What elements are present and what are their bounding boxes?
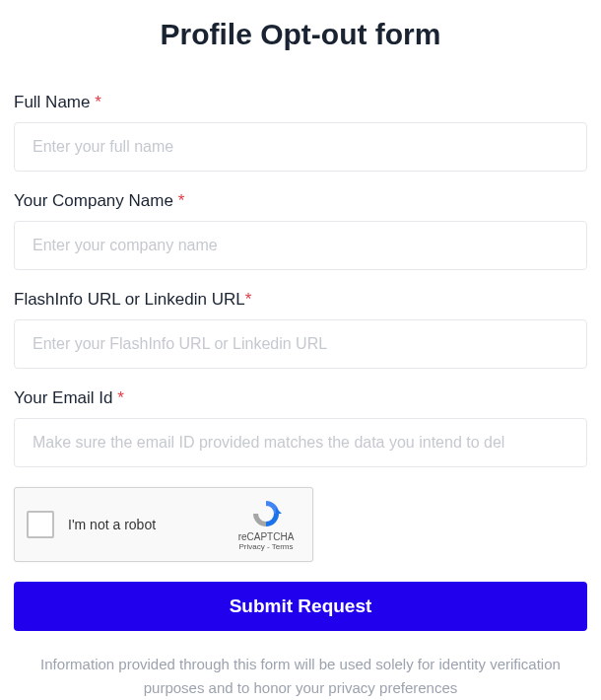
full-name-label: Full Name * [14, 93, 587, 112]
recaptcha-links[interactable]: Privacy - Terms [239, 542, 294, 551]
recaptcha-icon [250, 498, 282, 529]
disclaimer-text: Information provided through this form w… [14, 653, 587, 700]
url-label-text: FlashInfo URL or Linkedin URL [14, 290, 245, 309]
email-label-text: Your Email Id [14, 388, 117, 407]
recaptcha-label: I'm not a robot [68, 517, 232, 532]
recaptcha-widget: I'm not a robot reCAPTCHA Privacy - Term… [14, 487, 313, 562]
email-group: Your Email Id * [14, 388, 587, 467]
company-group: Your Company Name * [14, 191, 587, 270]
full-name-group: Full Name * [14, 93, 587, 172]
url-input[interactable] [14, 319, 587, 369]
full-name-label-text: Full Name [14, 93, 95, 111]
required-star: * [178, 191, 185, 210]
submit-button[interactable]: Submit Request [14, 582, 587, 631]
page-title: Profile Opt-out form [14, 18, 587, 51]
required-star: * [95, 93, 101, 111]
required-star: * [117, 388, 124, 407]
email-input[interactable] [14, 418, 587, 467]
company-label-text: Your Company Name [14, 191, 178, 210]
recaptcha-branding: reCAPTCHA Privacy - Terms [232, 498, 300, 551]
required-star: * [245, 290, 252, 309]
recaptcha-checkbox[interactable] [27, 511, 54, 538]
email-label: Your Email Id * [14, 388, 587, 408]
company-label: Your Company Name * [14, 191, 587, 211]
svg-marker-0 [276, 508, 282, 514]
recaptcha-brand-text: reCAPTCHA [238, 531, 295, 542]
url-group: FlashInfo URL or Linkedin URL* [14, 290, 587, 369]
full-name-input[interactable] [14, 122, 587, 172]
url-label: FlashInfo URL or Linkedin URL* [14, 290, 587, 310]
company-input[interactable] [14, 221, 587, 270]
